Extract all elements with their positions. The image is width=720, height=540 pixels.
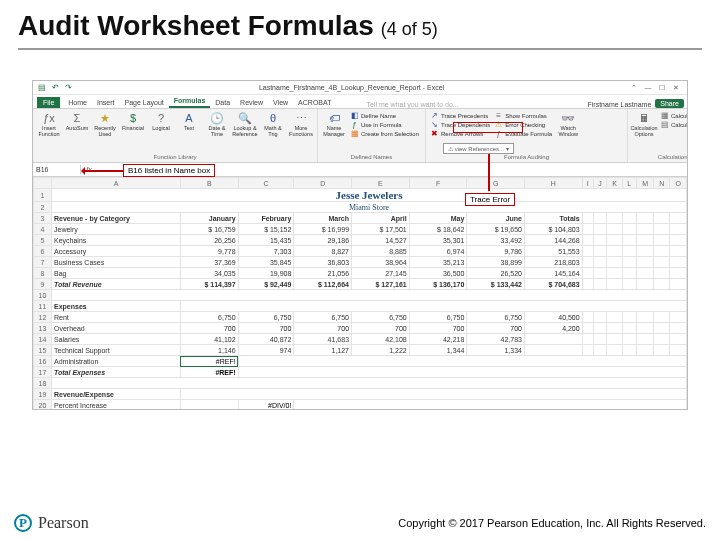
- theta-icon: θ: [266, 111, 280, 125]
- fx-icon: ƒx: [42, 111, 56, 125]
- share-button[interactable]: Share: [655, 99, 684, 108]
- ribbon-options-icon[interactable]: ⌃: [627, 84, 641, 92]
- recently-used-button[interactable]: ★Recently Used: [92, 111, 118, 153]
- evaluate-formula-button[interactable]: ƒEvaluate Formula: [493, 129, 553, 138]
- text-icon: A: [182, 111, 196, 125]
- question-icon: ?: [154, 111, 168, 125]
- group-function-library: ƒxInsert Function ΣAutoSum ★Recently Use…: [33, 109, 318, 162]
- calc-sheet-icon: ▤: [660, 120, 669, 129]
- cell-b16[interactable]: #REF!: [180, 356, 238, 367]
- save-icon[interactable]: ▤: [37, 83, 47, 93]
- calculate-sheet-button[interactable]: ▤Calculate Sheet: [659, 120, 688, 129]
- tag-icon: 🏷: [327, 111, 341, 125]
- calc-icon: 🖩: [637, 111, 651, 125]
- tab-file[interactable]: File: [37, 97, 60, 108]
- group-defined-names: 🏷Name Manager ◧Define Name ƒUse in Formu…: [318, 109, 426, 162]
- slide-title: Audit Worksheet Formulas (4 of 5): [0, 0, 720, 46]
- column-headers: ABCDEFGHIJKLMNO: [34, 178, 687, 189]
- copyright-text: Copyright © 2017 Pearson Education, Inc.…: [398, 517, 706, 529]
- label-icon: ◧: [350, 111, 359, 120]
- trace-precedents-button[interactable]: ↗Trace Precedents: [429, 111, 491, 120]
- logical-button[interactable]: ?Logical: [148, 111, 174, 153]
- ribbon-tabs: File Home Insert Page Layout Formulas Da…: [33, 95, 687, 109]
- math-trig-button[interactable]: θMath & Trig: [260, 111, 286, 153]
- calculation-options-button[interactable]: 🖩Calculation Options: [631, 111, 657, 153]
- name-box[interactable]: B16: [33, 165, 81, 174]
- star-icon: ★: [98, 111, 112, 125]
- callout-trace-error: Trace Error: [465, 193, 515, 206]
- callout-name-box: B16 listed in Name box: [123, 164, 215, 177]
- remove-arrows-button[interactable]: ✖Remove Arrows: [429, 129, 491, 138]
- create-from-selection-button[interactable]: ▦Create from Selection: [349, 129, 420, 138]
- calc-now-icon: ▦: [660, 111, 669, 120]
- close-icon[interactable]: ✕: [669, 84, 683, 92]
- clock-icon: 🕒: [210, 111, 224, 125]
- title-main: Audit Worksheet Formulas: [18, 10, 374, 41]
- group-label: Calculation: [631, 154, 688, 160]
- remove-arrows-icon: ✖: [430, 129, 439, 138]
- insert-function-button[interactable]: ƒxInsert Function: [36, 111, 62, 153]
- lookup-icon: 🔍: [238, 111, 252, 125]
- calculate-now-button[interactable]: ▦Calculate Now: [659, 111, 688, 120]
- signed-in-user[interactable]: Firstname Lastname: [588, 101, 652, 108]
- show-formulas-button[interactable]: ≡Show Formulas: [493, 111, 553, 120]
- autosum-button[interactable]: ΣAutoSum: [64, 111, 90, 153]
- title-rule: [18, 48, 702, 50]
- namebox-arrow: [83, 170, 123, 172]
- excel-screenshot: ▤ ↶ ↷ Lastname_Firstname_4B_Lookup_Reven…: [32, 80, 688, 410]
- undo-icon[interactable]: ↶: [50, 83, 60, 93]
- name-manager-button[interactable]: 🏷Name Manager: [321, 111, 347, 153]
- text-button[interactable]: AText: [176, 111, 202, 153]
- tab-review[interactable]: Review: [235, 97, 268, 108]
- define-name-button[interactable]: ◧Define Name: [349, 111, 420, 120]
- document-title: Lastname_Firstname_4B_Lookup_Revenue_Rep…: [76, 84, 627, 91]
- error-checking-button[interactable]: ⚠Error Checking: [493, 120, 553, 129]
- dependents-icon: ↘: [430, 120, 439, 129]
- tab-data[interactable]: Data: [210, 97, 235, 108]
- maximize-icon[interactable]: ☐: [655, 84, 669, 92]
- slide-footer: P Pearson Copyright © 2017 Pearson Educa…: [0, 514, 720, 532]
- title-pager: (4 of 5): [381, 19, 438, 39]
- tell-me-box[interactable]: Tell me what you want to do...: [336, 101, 587, 108]
- tab-formulas[interactable]: Formulas: [169, 95, 211, 108]
- tab-page-layout[interactable]: Page Layout: [119, 97, 168, 108]
- error-menu-popup: ⚠ view References... ▾: [443, 143, 514, 154]
- date-time-button[interactable]: 🕒Date & Time: [204, 111, 230, 153]
- worksheet-grid[interactable]: ABCDEFGHIJKLMNO 1Jesse Jewelers 2Miami S…: [33, 177, 687, 409]
- group-formula-auditing: ↗Trace Precedents ↘Trace Dependents ✖Rem…: [426, 109, 628, 162]
- show-formulas-icon: ≡: [494, 111, 503, 120]
- money-icon: $: [126, 111, 140, 125]
- tab-insert[interactable]: Insert: [92, 97, 120, 108]
- tab-home[interactable]: Home: [63, 97, 92, 108]
- ribbon: ƒxInsert Function ΣAutoSum ★Recently Use…: [33, 109, 687, 163]
- trace-dependents-button[interactable]: ↘Trace Dependents: [429, 120, 491, 129]
- watch-icon: 👓: [561, 111, 575, 125]
- tab-acrobat[interactable]: ACROBAT: [293, 97, 336, 108]
- cell-subtitle[interactable]: Miami Store: [52, 202, 687, 213]
- use-in-formula-button[interactable]: ƒUse in Formula: [349, 120, 420, 129]
- pearson-brand: P Pearson: [14, 514, 89, 532]
- sheet-table: ABCDEFGHIJKLMNO 1Jesse Jewelers 2Miami S…: [33, 177, 687, 409]
- group-label: Defined Names: [321, 154, 422, 160]
- group-label: Function Library: [36, 154, 314, 160]
- pearson-name: Pearson: [38, 514, 89, 532]
- evaluate-icon: ƒ: [494, 129, 503, 138]
- precedents-icon: ↗: [430, 111, 439, 120]
- grid-icon: ▦: [350, 129, 359, 138]
- fx-small-icon: ƒ: [350, 120, 359, 129]
- financial-button[interactable]: $Financial: [120, 111, 146, 153]
- cell-title[interactable]: Jesse Jewelers: [52, 189, 687, 202]
- more-icon: ⋯: [294, 111, 308, 125]
- pearson-logo-icon: P: [14, 514, 32, 532]
- tab-view[interactable]: View: [268, 97, 293, 108]
- group-label: Formula Auditing: [429, 154, 624, 160]
- sigma-icon: Σ: [70, 111, 84, 125]
- more-functions-button[interactable]: ⋯More Functions: [288, 111, 314, 153]
- minimize-icon[interactable]: —: [641, 84, 655, 91]
- lookup-button[interactable]: 🔍Lookup & Reference: [232, 111, 258, 153]
- quick-access-toolbar: ▤ ↶ ↷ Lastname_Firstname_4B_Lookup_Reven…: [33, 81, 687, 95]
- warning-icon: ⚠: [494, 120, 503, 129]
- trace-error-arrow: [488, 151, 490, 191]
- watch-window-button[interactable]: 👓Watch Window: [555, 111, 581, 153]
- redo-icon[interactable]: ↷: [63, 83, 73, 93]
